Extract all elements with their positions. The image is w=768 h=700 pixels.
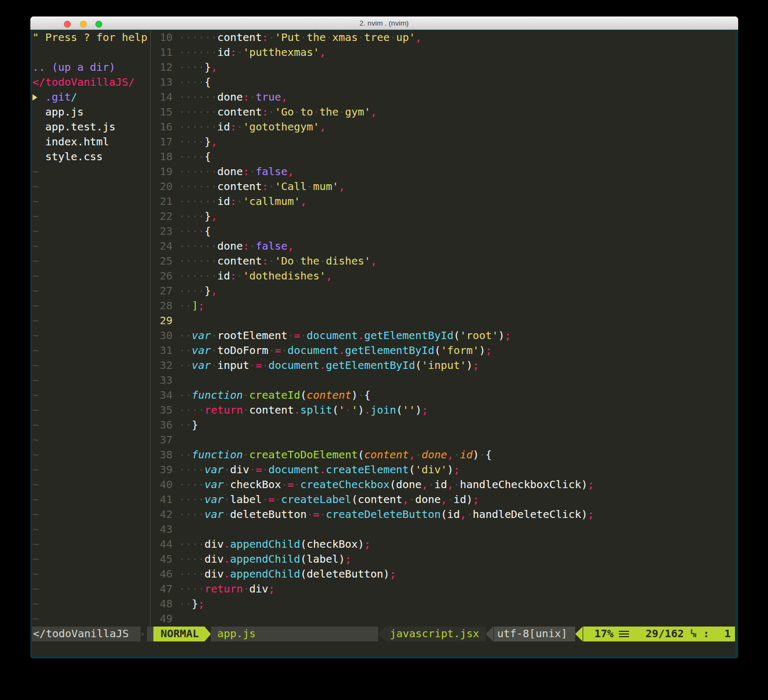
close-button[interactable] — [64, 21, 71, 28]
code-line-45[interactable]: 45····div.appendChild(label); — [153, 552, 352, 567]
code-line-23[interactable]: 23····{ — [153, 224, 211, 239]
nontext-tilde: ~ — [32, 403, 39, 418]
code-line-36[interactable]: 36··} — [153, 418, 198, 433]
line-number: 32 — [153, 358, 179, 373]
line-number: 22 — [153, 209, 179, 224]
zoom-button[interactable] — [95, 21, 102, 28]
code-line-35[interactable]: 35····return·content.split('·').join('')… — [153, 403, 428, 418]
line-number: 16 — [153, 120, 179, 135]
nontext-tilde: ~ — [32, 612, 39, 627]
command-line — [32, 641, 735, 656]
code-line-21[interactable]: 21······id:·'callmum', — [153, 194, 307, 209]
nontext-tilde: ~ — [32, 164, 39, 179]
line-number: 35 — [153, 403, 179, 418]
lines-icon — [619, 631, 629, 632]
code-line-22[interactable]: 22····}, — [153, 209, 217, 224]
code-line-18[interactable]: 18····{ — [153, 150, 211, 164]
code-line-34[interactable]: 34··function·createId(content)·{ — [153, 388, 371, 403]
line-number: 13 — [153, 75, 179, 90]
code-line-44[interactable]: 44····div.appendChild(checkBox); — [153, 537, 371, 552]
line-number: 43 — [153, 522, 179, 537]
collapsed-dir-arrow-icon[interactable] — [32, 94, 37, 101]
code-line-12[interactable]: 12····}, — [153, 60, 217, 75]
line-number: 33 — [153, 373, 179, 388]
code-line-49[interactable]: 49 — [153, 612, 179, 627]
code-line-30[interactable]: 30··var·rootElement·=·document.getElemen… — [153, 328, 511, 343]
code-line-46[interactable]: 46····div.appendChild(deleteButton); — [153, 567, 396, 582]
code-line-38[interactable]: 38··function·createToDoElement(content,·… — [153, 448, 492, 463]
line-number: 29 — [153, 314, 179, 328]
code-line-33[interactable]: 33 — [153, 373, 179, 388]
code-line-29[interactable]: 29 — [153, 314, 179, 328]
filetype-separator-arrow — [378, 627, 386, 641]
code-line-43[interactable]: 43 — [153, 522, 179, 537]
code-line-19[interactable]: 19······done:·false, — [153, 164, 294, 179]
tree-row-up-a-dir[interactable]: .. (up a dir) — [32, 60, 116, 75]
tree-row-file-style-css[interactable]: style.css — [32, 150, 103, 164]
code-line-37[interactable]: 37 — [153, 433, 179, 448]
code-line-26[interactable]: 26······id:·'dothedishes', — [153, 269, 332, 284]
statusline-encoding: utf-8[unix] — [497, 627, 568, 641]
code-line-17[interactable]: 17····}, — [153, 135, 217, 150]
line-number: 18 — [153, 150, 179, 164]
line-number: 11 — [153, 45, 179, 60]
code-line-40[interactable]: 40····var·checkBox·=·createCheckbox(done… — [153, 477, 594, 492]
code-line-10[interactable]: 10······content:·'Put·the·xmas·tree·up', — [153, 30, 422, 45]
line-number-icon-n: N — [693, 632, 697, 638]
code-line-32[interactable]: 32··var·input·=·document.getElementById(… — [153, 358, 479, 373]
code-line-14[interactable]: 14······done:·true, — [153, 90, 288, 105]
mode-separator-arrow — [205, 627, 211, 641]
code-line-13[interactable]: 13····{ — [153, 75, 211, 90]
line-number: 14 — [153, 90, 179, 105]
code-line-25[interactable]: 25······content:·'Do·the·dishes', — [153, 254, 377, 269]
code-line-41[interactable]: 41····var·label·=·createLabel(content,·d… — [153, 492, 479, 507]
tree-row-help-hint[interactable]: " Press ? for help — [32, 30, 148, 45]
cursor-column: 1 — [724, 627, 731, 641]
nontext-tilde: ~ — [32, 299, 39, 314]
tree-statusline-file: </todoVanillaJS — [33, 627, 129, 641]
code-line-28[interactable]: 28··]; — [153, 299, 205, 314]
tree-row-dir-git[interactable]: .git/ — [32, 90, 77, 105]
titlebar[interactable]: 2. nvim . (nvim) — [30, 17, 738, 30]
mode-indicator: NORMAL — [161, 627, 199, 641]
nontext-tilde: ~ — [32, 314, 39, 328]
code-line-20[interactable]: 20······content:·'Call·mum', — [153, 179, 345, 194]
line-number: 21 — [153, 194, 179, 209]
line-number: 47 — [153, 582, 179, 597]
encoding-separator-arrow — [486, 627, 493, 641]
window-split-line[interactable] — [150, 30, 151, 627]
code-line-47[interactable]: 47····return·div; — [153, 582, 275, 597]
line-number: 15 — [153, 105, 179, 120]
line-number: 10 — [153, 30, 179, 45]
line-number: 17 — [153, 135, 179, 150]
code-line-24[interactable]: 24······done:·false, — [153, 239, 294, 254]
code-line-31[interactable]: 31··var·toDoForm·=·document.getElementBy… — [153, 343, 492, 358]
code-line-15[interactable]: 15······content:·'Go·to·the·gym', — [153, 105, 377, 120]
code-line-48[interactable]: 48··}; — [153, 597, 205, 612]
tree-row-file-index-html[interactable]: index.html — [32, 135, 109, 150]
line-number: 44 — [153, 537, 179, 552]
tree-row-file-app-test-js[interactable]: app.test.js — [32, 120, 116, 135]
line-number: 46 — [153, 567, 179, 582]
nontext-tilde: ~ — [32, 597, 39, 612]
code-line-16[interactable]: 16······id:·'gotothegym', — [153, 120, 326, 135]
nontext-tilde: ~ — [32, 582, 39, 597]
code-line-11[interactable]: 11······id:·'putthexmas', — [153, 45, 326, 60]
tree-row-file-app-js[interactable]: app.js — [32, 105, 84, 120]
line-number: 36 — [153, 418, 179, 433]
line-number: 27 — [153, 284, 179, 299]
nontext-tilde: ~ — [32, 328, 39, 343]
code-line-39[interactable]: 39····var·div·=·document.createElement('… — [153, 463, 460, 477]
line-number: 38 — [153, 448, 179, 463]
nontext-tilde: ~ — [32, 239, 39, 254]
nontext-tilde: ~ — [32, 477, 39, 492]
minimize-button[interactable] — [80, 21, 87, 28]
tree-row-tree-root[interactable]: </todoVanillaJS/ — [32, 75, 135, 90]
code-line-42[interactable]: 42····var·deleteButton·=·createDeleteBut… — [153, 507, 594, 522]
nontext-tilde: ~ — [32, 463, 39, 477]
code-line-27[interactable]: 27····}, — [153, 284, 217, 299]
line-number: 24 — [153, 239, 179, 254]
line-number: 41 — [153, 492, 179, 507]
line-number: 31 — [153, 343, 179, 358]
nontext-tilde: ~ — [32, 194, 39, 209]
